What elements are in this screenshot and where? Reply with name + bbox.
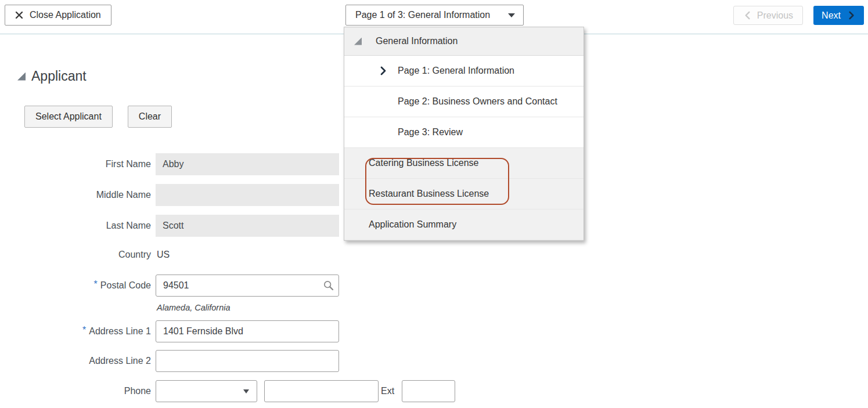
applicant-actions: Select Applicant Clear (24, 106, 172, 128)
form-row-country: Country US (0, 247, 455, 263)
dropdown-item-label: Page 1: General Information (398, 66, 514, 76)
search-icon[interactable] (323, 280, 334, 291)
last-name-label: Last Name (0, 221, 151, 231)
dropdown-group-label: General Information (376, 36, 458, 46)
required-asterisk: * (94, 279, 98, 289)
postal-code-helper-text: Alameda, California (157, 303, 230, 312)
page-selector-label: Page 1 of 3: General Information (355, 10, 490, 20)
middle-name-field (156, 184, 339, 206)
form-row-postal-helper: Alameda, California (0, 302, 455, 313)
dropdown-item-page-3[interactable]: Page 3: Review (344, 117, 584, 148)
form-row-address-line-1: *Address Line 1 (0, 320, 455, 342)
current-page-chevron-icon (379, 66, 388, 75)
close-icon (15, 11, 23, 19)
collapse-triangle-icon[interactable] (17, 73, 26, 81)
dropdown-item-label: Page 3: Review (398, 127, 463, 138)
address-line-1-input[interactable] (156, 320, 339, 342)
postal-code-label: *Postal Code (0, 280, 151, 291)
applicant-section-header: Applicant (17, 68, 87, 84)
postal-code-input[interactable] (156, 275, 339, 297)
dropdown-item-label: Application Summary (369, 219, 456, 230)
chevron-left-icon (743, 11, 752, 20)
first-name-label: First Name (0, 159, 151, 169)
close-application-button[interactable]: Close Application (5, 5, 111, 26)
address-line-1-label: *Address Line 1 (0, 326, 151, 337)
dropdown-group-header[interactable]: General Information (344, 27, 584, 56)
page-navigation-dropdown: General Information Page 1: General Info… (344, 27, 584, 241)
previous-label: Previous (757, 10, 793, 21)
form-row-address-line-2: Address Line 2 (0, 350, 455, 372)
chevron-right-icon (847, 11, 856, 20)
collapse-triangle-icon (354, 38, 362, 45)
page-selector-button[interactable]: Page 1 of 3: General Information (345, 5, 524, 26)
next-button[interactable]: Next (813, 6, 864, 25)
dropdown-item-label: Catering Business License (369, 158, 478, 168)
country-value: US (157, 250, 170, 260)
dropdown-item-label: Restaurant Business License (369, 189, 489, 199)
address-line-2-input[interactable] (156, 350, 339, 372)
next-label: Next (822, 10, 841, 21)
last-name-field (156, 215, 339, 237)
form-row-postal-code: *Postal Code (0, 275, 455, 297)
address-line-2-label: Address Line 2 (0, 356, 151, 366)
phone-number-input[interactable] (264, 380, 379, 402)
select-applicant-button[interactable]: Select Applicant (24, 106, 113, 128)
form-row-phone: Phone Ext (0, 380, 455, 402)
previous-button[interactable]: Previous (733, 6, 803, 25)
caret-down-icon (243, 389, 249, 393)
middle-name-label: Middle Name (0, 190, 151, 200)
dropdown-item-label: Page 2: Business Owners and Contact (398, 96, 557, 107)
dropdown-item-application-summary[interactable]: Application Summary (344, 210, 584, 240)
country-label: Country (0, 250, 151, 260)
phone-ext-label: Ext (381, 386, 394, 396)
phone-label: Phone (0, 386, 151, 396)
phone-country-code-select[interactable] (156, 380, 257, 402)
dropdown-item-catering-business-license[interactable]: Catering Business License (344, 148, 584, 179)
clear-button[interactable]: Clear (128, 106, 172, 128)
close-application-label: Close Application (30, 10, 101, 20)
wizard-nav-buttons: Previous Next (733, 6, 864, 25)
dropdown-item-restaurant-business-license[interactable]: Restaurant Business License (344, 179, 584, 210)
first-name-field (156, 153, 339, 175)
required-asterisk: * (82, 325, 86, 335)
dropdown-item-page-2[interactable]: Page 2: Business Owners and Contact (344, 86, 584, 117)
section-title: Applicant (31, 68, 87, 84)
dropdown-item-page-1[interactable]: Page 1: General Information (344, 56, 584, 86)
phone-ext-input[interactable] (402, 380, 455, 402)
caret-down-icon (508, 13, 515, 17)
